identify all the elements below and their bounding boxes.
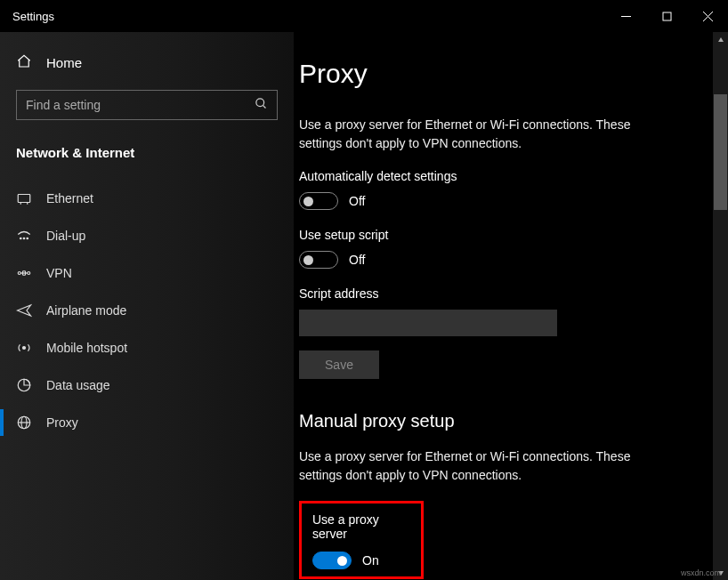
airplane-icon bbox=[16, 302, 32, 318]
window-controls bbox=[605, 2, 728, 30]
scrollbar-thumb[interactable] bbox=[714, 94, 727, 210]
highlight-annotation: Use a proxy server On bbox=[299, 501, 424, 579]
home-label: Home bbox=[46, 55, 82, 70]
sidebar-item-ethernet[interactable]: Ethernet bbox=[0, 180, 294, 217]
manual-heading: Manual proxy setup bbox=[299, 411, 701, 431]
svg-point-12 bbox=[18, 272, 20, 275]
script-address-label: Script address bbox=[299, 286, 701, 301]
proxy-icon bbox=[16, 415, 32, 431]
sidebar-item-hotspot[interactable]: Mobile hotspot bbox=[0, 329, 294, 367]
titlebar: Settings bbox=[0, 0, 728, 32]
sidebar-item-airplane[interactable]: Airplane mode bbox=[0, 292, 294, 329]
sidebar-item-label: VPN bbox=[46, 266, 72, 280]
use-proxy-state: On bbox=[362, 553, 379, 568]
use-script-state: Off bbox=[349, 253, 365, 267]
script-address-input[interactable] bbox=[299, 310, 557, 336]
home-icon bbox=[16, 53, 32, 72]
hotspot-icon bbox=[16, 340, 32, 356]
use-proxy-label: Use a proxy server bbox=[312, 512, 410, 541]
sidebar-item-datausage[interactable]: Data usage bbox=[0, 367, 294, 404]
scrollbar[interactable] bbox=[713, 32, 728, 580]
use-script-toggle[interactable] bbox=[299, 251, 338, 269]
window-title: Settings bbox=[12, 10, 605, 23]
minimize-button[interactable] bbox=[605, 2, 646, 30]
maximize-button[interactable] bbox=[646, 2, 687, 30]
svg-line-5 bbox=[263, 105, 265, 108]
proxy-description: Use a proxy server for Ethernet or Wi-Fi… bbox=[299, 116, 673, 153]
sidebar: Home Network & Internet Ethernet Dial-up bbox=[0, 32, 294, 580]
ethernet-icon bbox=[16, 190, 32, 206]
page-title: Proxy bbox=[299, 59, 701, 89]
close-button[interactable] bbox=[687, 2, 728, 30]
use-proxy-toggle[interactable] bbox=[312, 552, 352, 569]
save-button[interactable]: Save bbox=[299, 350, 379, 379]
svg-point-11 bbox=[27, 238, 28, 239]
sidebar-item-label: Airplane mode bbox=[46, 303, 126, 318]
sidebar-item-dialup[interactable]: Dial-up bbox=[0, 217, 294, 254]
auto-detect-state: Off bbox=[349, 194, 365, 208]
sidebar-item-vpn[interactable]: VPN bbox=[0, 254, 294, 292]
search-input-wrap[interactable] bbox=[16, 90, 278, 120]
dialup-icon bbox=[16, 228, 32, 244]
search-icon bbox=[255, 97, 268, 114]
section-label: Network & Internet bbox=[0, 138, 294, 180]
scroll-up-icon[interactable] bbox=[713, 32, 728, 47]
auto-detect-toggle[interactable] bbox=[299, 192, 338, 210]
main-panel: Proxy Use a proxy server for Ethernet or… bbox=[294, 32, 728, 580]
home-button[interactable]: Home bbox=[0, 44, 294, 81]
manual-description: Use a proxy server for Ethernet or Wi-Fi… bbox=[299, 447, 673, 485]
sidebar-item-label: Dial-up bbox=[46, 229, 85, 243]
svg-point-16 bbox=[23, 347, 26, 350]
svg-point-10 bbox=[23, 238, 25, 239]
sidebar-item-label: Mobile hotspot bbox=[46, 341, 127, 355]
sidebar-item-proxy[interactable]: Proxy bbox=[0, 404, 294, 441]
svg-rect-1 bbox=[663, 12, 671, 20]
svg-point-4 bbox=[256, 98, 264, 106]
data-usage-icon bbox=[16, 377, 32, 393]
search-input[interactable] bbox=[26, 98, 255, 112]
auto-detect-label: Automatically detect settings bbox=[299, 169, 701, 183]
use-script-label: Use setup script bbox=[299, 228, 701, 242]
svg-point-9 bbox=[20, 238, 22, 239]
sidebar-item-label: Ethernet bbox=[46, 191, 93, 205]
svg-point-13 bbox=[28, 272, 30, 275]
sidebar-item-label: Data usage bbox=[46, 378, 110, 392]
vpn-icon bbox=[16, 265, 32, 281]
watermark: wsxdn.com bbox=[681, 568, 721, 577]
svg-rect-6 bbox=[18, 195, 30, 203]
sidebar-item-label: Proxy bbox=[46, 415, 78, 430]
